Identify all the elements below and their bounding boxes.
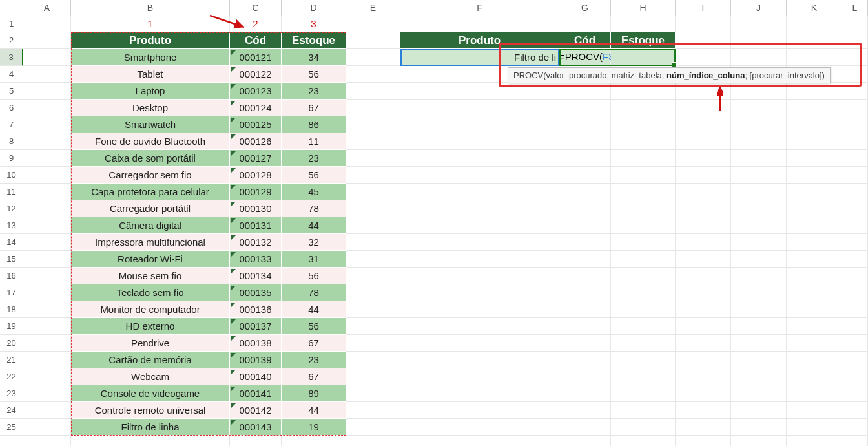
table-row-cod[interactable]: 000123 [230, 83, 282, 100]
cell[interactable] [731, 268, 787, 284]
cell[interactable] [346, 100, 400, 116]
cell[interactable] [400, 100, 559, 116]
cell[interactable] [400, 184, 559, 200]
cell[interactable] [731, 32, 787, 49]
cell[interactable] [611, 16, 676, 32]
row-header-22[interactable]: 22 [0, 368, 23, 385]
cell[interactable] [842, 234, 868, 251]
cell[interactable] [676, 436, 731, 446]
col-header-L[interactable]: L [842, 0, 868, 16]
table-row-produto[interactable]: Impressora multifuncional [71, 234, 230, 251]
cell[interactable] [559, 116, 611, 133]
cell[interactable] [400, 116, 559, 133]
row-header-21[interactable]: 21 [0, 352, 23, 368]
cell[interactable] [787, 335, 842, 352]
cell[interactable] [731, 368, 787, 385]
row-header-12[interactable]: 12 [0, 200, 23, 217]
cell[interactable] [787, 268, 842, 284]
cell[interactable] [731, 385, 787, 402]
cell[interactable] [787, 368, 842, 385]
cell[interactable] [23, 234, 71, 251]
cell[interactable] [842, 368, 868, 385]
cell[interactable] [676, 83, 731, 100]
table-row-produto[interactable]: Laptop [71, 83, 230, 100]
cell[interactable] [611, 234, 676, 251]
cell[interactable] [400, 251, 559, 268]
col-header-D[interactable]: D [282, 0, 346, 16]
cell[interactable] [346, 284, 400, 301]
cell[interactable] [611, 83, 676, 100]
cell[interactable] [346, 335, 400, 352]
left-header-produto[interactable]: Produto [71, 32, 230, 49]
cell[interactable] [842, 133, 868, 150]
cell[interactable] [400, 436, 559, 446]
table-row-produto[interactable]: Fone de ouvido Bluetooth [71, 133, 230, 150]
cell[interactable] [23, 133, 71, 150]
formula-tooltip[interactable]: PROCV(valor_procurado; matriz_tabela; nú… [508, 67, 831, 83]
cell[interactable] [559, 268, 611, 284]
cell[interactable] [676, 318, 731, 335]
cell[interactable] [731, 335, 787, 352]
table-row-estoque[interactable]: 67 [282, 335, 346, 352]
col-header-K[interactable]: K [787, 0, 842, 16]
cell[interactable] [787, 318, 842, 335]
right-header-produto[interactable]: Produto [400, 32, 559, 49]
table-row-estoque[interactable]: 11 [282, 133, 346, 150]
cell[interactable] [559, 385, 611, 402]
cell[interactable] [23, 49, 71, 66]
table-row-produto[interactable]: Mouse sem fio [71, 268, 230, 284]
cell[interactable] [611, 184, 676, 200]
cell[interactable] [842, 167, 868, 184]
cell[interactable] [23, 284, 71, 301]
cell[interactable] [787, 251, 842, 268]
cell[interactable] [676, 352, 731, 368]
cell[interactable] [400, 150, 559, 167]
cell[interactable] [400, 318, 559, 335]
cell[interactable] [400, 200, 559, 217]
cell[interactable] [787, 385, 842, 402]
cell[interactable] [400, 284, 559, 301]
cell[interactable] [611, 335, 676, 352]
cell[interactable] [282, 436, 346, 446]
cell[interactable] [787, 217, 842, 234]
cell[interactable] [23, 116, 71, 133]
cell[interactable] [346, 32, 400, 49]
table-row-cod[interactable]: 000133 [230, 251, 282, 268]
cell[interactable] [23, 385, 71, 402]
table-row-produto[interactable]: Smartphone [71, 49, 230, 66]
cell[interactable] [842, 83, 868, 100]
cell[interactable] [611, 352, 676, 368]
table-row-cod[interactable]: 000136 [230, 301, 282, 318]
cell[interactable] [611, 301, 676, 318]
table-row-estoque[interactable]: 56 [282, 66, 346, 83]
cell[interactable] [400, 133, 559, 150]
cell[interactable] [559, 150, 611, 167]
cell[interactable] [842, 301, 868, 318]
table-row-produto[interactable]: Carregador sem fio [71, 167, 230, 184]
row-header-19[interactable]: 19 [0, 318, 23, 335]
table-row-produto[interactable]: Smartwatch [71, 116, 230, 133]
cell[interactable] [23, 83, 71, 100]
cell[interactable] [400, 385, 559, 402]
cell[interactable] [23, 32, 71, 49]
cell[interactable] [731, 436, 787, 446]
table-row-produto[interactable]: Câmera digital [71, 217, 230, 234]
cell[interactable] [676, 419, 731, 436]
cell[interactable] [23, 100, 71, 116]
cell[interactable] [676, 301, 731, 318]
col-header-B[interactable]: B [71, 0, 230, 16]
cell[interactable]: 3 [282, 16, 346, 32]
cell[interactable]: 1 [71, 16, 230, 32]
cell[interactable] [346, 184, 400, 200]
table-row-estoque[interactable]: 23 [282, 83, 346, 100]
cell[interactable] [559, 217, 611, 234]
cell[interactable] [611, 402, 676, 419]
table-row-cod[interactable]: 000138 [230, 335, 282, 352]
row-header-18[interactable]: 18 [0, 301, 23, 318]
cell[interactable] [787, 116, 842, 133]
cell[interactable] [559, 335, 611, 352]
row-header-9[interactable]: 9 [0, 150, 23, 167]
row-header-24[interactable]: 24 [0, 402, 23, 419]
table-row-produto[interactable]: Desktop [71, 100, 230, 116]
table-row-estoque[interactable]: 45 [282, 184, 346, 200]
